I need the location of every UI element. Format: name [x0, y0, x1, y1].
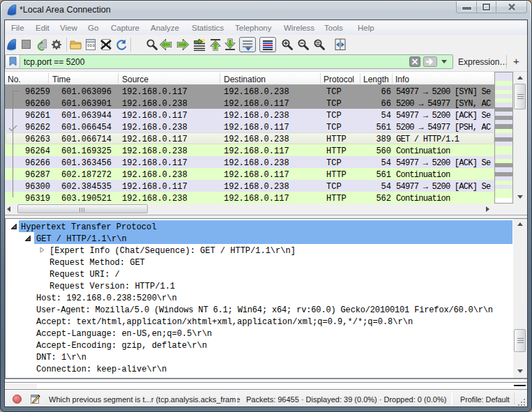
- svg-text:010: 010: [87, 43, 95, 48]
